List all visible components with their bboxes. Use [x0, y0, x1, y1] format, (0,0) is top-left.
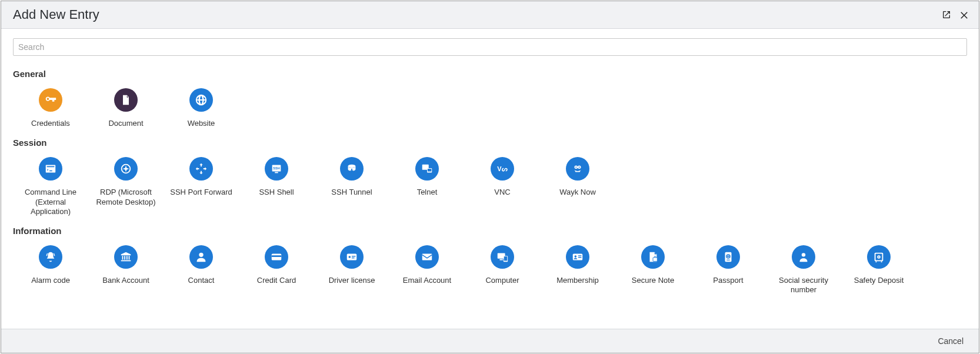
entry-type-credentials[interactable]: Credentials: [13, 85, 88, 134]
svg-rect-29: [578, 257, 582, 258]
section-title-general: General: [13, 69, 961, 79]
entry-type-label: SSH Shell: [259, 188, 294, 197]
entry-type-rdp-microsoft-remote-desktop[interactable]: RDP (Microsoft Remote Desktop): [88, 153, 164, 222]
entry-type-label: SSH Port Forward: [170, 188, 232, 197]
svg-point-38: [878, 256, 879, 258]
dialog-header: Add New Entry: [1, 1, 979, 29]
entry-type-label: SSH Tunnel: [331, 188, 372, 197]
ssh-shell-icon: SSH: [265, 157, 288, 181]
entry-type-label: Command Line (External Application): [15, 188, 86, 216]
svg-rect-21: [422, 254, 432, 261]
telnet-icon: [415, 157, 439, 181]
svg-point-13: [579, 167, 580, 168]
svg-rect-30: [653, 258, 657, 261]
entry-type-label: Credit Card: [257, 276, 296, 285]
svg-rect-16: [272, 255, 282, 257]
document-icon: [114, 88, 138, 112]
vnc-icon: Vᔕ: [491, 157, 514, 181]
computer-icon: [491, 245, 514, 269]
globe-icon: [189, 88, 213, 112]
svg-rect-4: [275, 172, 278, 173]
svg-rect-40: [881, 261, 882, 262]
entry-type-ssh-shell[interactable]: SSHSSH Shell: [239, 153, 314, 222]
entry-type-driver-license[interactable]: Driver license: [314, 242, 389, 301]
ssh-tunnel-icon: [340, 157, 364, 181]
cancel-button[interactable]: Cancel: [934, 334, 967, 348]
add-entry-dialog: Add New Entry GeneralCredentialsDocument…: [1, 1, 979, 353]
entry-type-ssh-tunnel[interactable]: SSH Tunnel: [314, 153, 389, 222]
entry-type-safety-deposit[interactable]: Safety Deposit: [841, 242, 916, 301]
entry-type-membership[interactable]: Membership: [540, 242, 615, 301]
license-icon: [340, 245, 364, 269]
entry-type-label: Computer: [485, 276, 519, 285]
entry-type-social-security-number[interactable]: Social security number: [766, 242, 841, 301]
entry-type-label: Document: [108, 119, 143, 128]
svg-point-5: [348, 165, 356, 168]
terminal-icon: [39, 157, 62, 181]
section-grid-general: CredentialsDocumentWebsite: [13, 85, 961, 134]
entry-type-label: Passport: [713, 276, 743, 285]
dialog-title: Add New Entry: [13, 7, 99, 22]
search-input[interactable]: [13, 38, 967, 56]
entry-type-label: RDP (Microsoft Remote Desktop): [91, 188, 161, 207]
svg-text:SSH: SSH: [273, 166, 279, 170]
svg-rect-24: [504, 256, 508, 261]
svg-point-27: [575, 255, 577, 258]
svg-rect-33: [726, 260, 730, 261]
svg-rect-19: [352, 256, 355, 256]
entry-type-contact[interactable]: Contact: [164, 242, 239, 301]
popout-icon[interactable]: [941, 9, 952, 20]
entry-type-alarm-code[interactable]: Alarm code: [13, 242, 88, 301]
dialog-body: GeneralCredentialsDocumentWebsiteSession…: [1, 29, 979, 329]
entry-type-wayk-now[interactable]: Wayk Now: [540, 153, 615, 222]
bank-icon: [114, 245, 138, 269]
entry-type-document[interactable]: Document: [88, 85, 164, 134]
entry-type-computer[interactable]: Computer: [465, 242, 540, 301]
envelope-icon: [415, 245, 439, 269]
key-icon: [39, 88, 62, 112]
entry-type-label: Membership: [556, 276, 599, 285]
entry-type-website[interactable]: Website: [164, 85, 239, 134]
rdp-icon: [114, 157, 138, 181]
bell-icon: [39, 245, 62, 269]
svg-text:Vᔕ: Vᔕ: [497, 165, 507, 172]
ssn-icon: [792, 245, 815, 269]
dialog-footer: Cancel: [1, 329, 979, 353]
entry-type-vnc[interactable]: VᔕVNC: [465, 153, 540, 222]
entry-type-telnet[interactable]: Telnet: [389, 153, 465, 222]
entry-type-email-account[interactable]: Email Account: [389, 242, 465, 301]
svg-rect-28: [578, 255, 582, 256]
entry-type-command-line-external-application[interactable]: Command Line (External Application): [13, 153, 88, 222]
wayk-icon: [566, 157, 589, 181]
entry-type-label: Contact: [188, 276, 215, 285]
entry-type-credit-card[interactable]: Credit Card: [239, 242, 314, 301]
arrows-icon: [189, 157, 213, 181]
entry-type-label: Social security number: [768, 276, 839, 295]
entry-type-label: Alarm code: [31, 276, 70, 285]
svg-rect-39: [876, 261, 877, 262]
entry-type-label: VNC: [494, 188, 510, 197]
credit-card-icon: [265, 245, 288, 269]
dialog-header-actions: [941, 9, 969, 20]
entry-type-bank-account[interactable]: Bank Account: [88, 242, 164, 301]
entry-type-label: Email Account: [403, 276, 451, 285]
svg-point-34: [802, 253, 805, 256]
safe-icon: [867, 245, 891, 269]
scroll-area[interactable]: GeneralCredentialsDocumentWebsiteSession…: [13, 65, 967, 323]
membership-icon: [566, 245, 589, 269]
svg-point-14: [199, 253, 203, 257]
svg-rect-20: [352, 258, 355, 258]
entry-type-label: Telnet: [417, 188, 438, 197]
entry-type-secure-note[interactable]: Secure Note: [615, 242, 691, 301]
entry-type-label: Driver license: [329, 276, 375, 285]
entry-type-label: Credentials: [31, 119, 70, 128]
entry-type-passport[interactable]: Passport: [691, 242, 766, 301]
section-grid-information: Alarm codeBank AccountContactCredit Card…: [13, 242, 961, 301]
secure-note-icon: [641, 245, 665, 269]
entry-type-label: Wayk Now: [559, 188, 596, 197]
entry-type-ssh-port-forward[interactable]: SSH Port Forward: [164, 153, 239, 222]
close-icon[interactable]: [959, 9, 969, 20]
svg-rect-8: [428, 169, 431, 172]
section-title-information: Information: [13, 226, 961, 236]
passport-icon: [716, 245, 740, 269]
